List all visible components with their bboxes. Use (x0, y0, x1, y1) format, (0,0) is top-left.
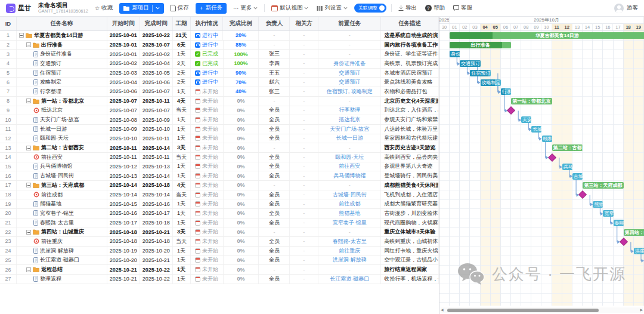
cell-task-name[interactable]: 颐和园·天坛 (17, 134, 107, 143)
task-bar[interactable]: 行李整理 (501, 88, 511, 95)
cell-predecessor[interactable]: 春熙路·太古里 (318, 237, 381, 246)
export-button[interactable]: 导出 (397, 4, 419, 12)
cell-task-name[interactable]: 返程总结 (17, 265, 107, 274)
cell-predecessor[interactable]: 抵达北京 (318, 115, 381, 124)
horizontal-scrollbar[interactable]: ◀ ▶ (441, 307, 643, 313)
cell-task-name[interactable]: 宽窄巷子·锦里 (17, 209, 107, 218)
cell-predecessor[interactable]: 住宿预订, 攻略制定 (318, 87, 381, 96)
table-row[interactable]: 20宽窄巷子·锦里2025-10-162025-10-171天未开始0%全员-熊… (0, 209, 439, 218)
table-row[interactable]: 12颐和园·天坛2025-10-102025-10-111天未开始0%全员-长城… (0, 134, 439, 144)
task-bar[interactable]: 颐和园·天坛 (542, 136, 552, 142)
task-bar[interactable]: 古城墙·回民街 (572, 173, 583, 180)
table-row[interactable]: 23前往重庆2025-10-182025-10-18当天未开始0%全员-春熙路·… (0, 237, 439, 247)
support-button[interactable]: 客服 (451, 4, 474, 12)
summary-bar[interactable]: 出行准备 (450, 42, 511, 48)
cell-task-name[interactable]: 交通预订 (17, 59, 107, 68)
table-row[interactable]: 3身份证件准备2025-10-012025-10-021天✓已完成100%张三-… (0, 50, 439, 59)
expander-toggle[interactable] (26, 146, 31, 150)
table-row[interactable]: 26返程总结2025-10-212025-10-221天未开始0%---旅行结束… (0, 265, 439, 275)
table-row[interactable]: 18前往成都2025-10-142025-10-14当天未开始0%全员-古城墙·… (0, 190, 439, 200)
cell-predecessor[interactable]: 交通预订 (318, 78, 381, 87)
table-row[interactable]: 24洪崖洞·解放碑2025-10-192025-10-201天未开始0%全员-前… (0, 247, 439, 256)
cell-predecessor[interactable]: 洪崖洞·解放碑 (318, 256, 381, 265)
task-bar[interactable]: 天安门广场·故宫 (521, 116, 531, 123)
cell-task-name[interactable]: 第三站：天府成都 (17, 181, 107, 190)
cell-predecessor[interactable]: 行李整理 (318, 106, 381, 115)
scrollbar-thumb[interactable] (447, 309, 599, 312)
table-row[interactable]: 6攻略制定2025-10-042025-10-062天进行中70%赵六-交通预订… (0, 78, 439, 87)
cell-predecessor[interactable]: 古城墙·回民街 (318, 190, 381, 199)
link-adjust-toggle[interactable]: 关联调整 (354, 4, 386, 13)
expander-toggle[interactable] (26, 183, 31, 187)
cell-predecessor[interactable]: 熊猫基地 (318, 209, 381, 218)
table-row[interactable]: 22第四站：山城重庆2025-10-182025-10-213天未开始0%---… (0, 227, 439, 237)
cell-task-name[interactable]: 整理返程 (17, 275, 107, 284)
chevron-down-icon[interactable] (156, 7, 160, 10)
task-bar[interactable]: 兵马俑博物馆 (562, 164, 572, 170)
expander-toggle[interactable] (26, 267, 31, 272)
favorite-button[interactable]: ☆ 收藏 (93, 4, 115, 12)
cell-task-name[interactable]: 第二站：古都西安 (17, 143, 107, 152)
cell-predecessor[interactable]: 长城一日游 (318, 134, 381, 143)
table-row[interactable]: 8第一站：帝都北京2025-10-072025-10-114天未开始0%---北… (0, 97, 439, 106)
scroll-left-arrow[interactable]: ◀ (441, 307, 444, 313)
cell-predecessor[interactable]: 天安门广场·故宫 (318, 125, 381, 134)
expander-toggle[interactable] (26, 230, 31, 235)
cell-task-name[interactable]: 住宿预订 (17, 69, 107, 78)
summary-bar[interactable]: 第三站：天府成都 (583, 182, 624, 189)
table-row[interactable]: 7行李整理2025-10-062025-10-071天未开始40%张三-住宿预订… (0, 87, 439, 97)
cell-task-name[interactable]: 身份证件准备 (17, 50, 107, 59)
table-row[interactable]: 27整理返程2025-10-212025-10-221天未开始0%全员-长江索道… (0, 275, 439, 284)
task-bar[interactable]: 熊猫基地 (593, 201, 603, 208)
cell-task-name[interactable]: 兵马俑博物馆 (17, 162, 107, 171)
summary-bar[interactable]: 第二站：古都西安 (552, 144, 583, 151)
cell-task-name[interactable]: 行李整理 (17, 87, 107, 96)
column-settings-button[interactable]: 列设置 (315, 4, 349, 12)
new-project-button[interactable]: 新项目 (119, 3, 164, 14)
cell-predecessor[interactable]: 兵马俑博物馆 (318, 171, 381, 180)
expander-toggle[interactable] (26, 98, 31, 103)
expander-toggle[interactable] (19, 33, 24, 38)
table-row[interactable]: 11长城一日游2025-10-092025-10-101天未开始0%全员-天安门… (0, 125, 439, 134)
user-area[interactable]: 游客 (614, 4, 638, 13)
cell-task-name[interactable]: 洪崖洞·解放碑 (17, 247, 107, 255)
cell-predecessor[interactable]: 前往西安 (318, 162, 381, 171)
task-bar[interactable]: 长城一日游 (531, 126, 541, 133)
cell-predecessor[interactable]: 交通预订 (318, 69, 381, 78)
summary-bar[interactable]: 第一站：帝都北京 (511, 98, 552, 104)
cell-task-name[interactable]: 前往西安 (17, 153, 107, 162)
cell-task-name[interactable]: 长城一日游 (17, 125, 107, 134)
expander-toggle[interactable] (26, 42, 31, 47)
save-button[interactable]: 保存 (169, 4, 191, 12)
table-row[interactable]: 2出行准备2025-10-012025-10-076天进行中85%---国内旅行… (0, 41, 439, 50)
cell-task-name[interactable]: 前往成都 (17, 190, 107, 199)
cell-predecessor[interactable]: 前往成都 (318, 199, 381, 208)
table-row[interactable]: 9抵达北京2025-10-072025-10-07当天未开始0%全员-行李整理到… (0, 106, 439, 116)
cell-task-name[interactable]: 第四站：山城重庆 (17, 227, 107, 236)
cell-predecessor[interactable]: 宽窄巷子·锦里 (318, 218, 381, 227)
task-bar[interactable]: 住宿预订 (470, 70, 490, 76)
table-row[interactable]: 16古城墙·回民街2025-10-132025-10-141天未开始0%全员-兵… (0, 171, 439, 181)
cell-task-name[interactable]: 天安门广场·故宫 (17, 115, 107, 124)
task-bar[interactable]: 交通预订 (460, 60, 480, 67)
cell-task-name[interactable]: 华夏古都美食14日游 (17, 31, 107, 40)
cell-predecessor[interactable]: 颐和园·天坛 (318, 153, 381, 162)
cell-task-name[interactable]: 出行准备 (17, 41, 107, 50)
table-row[interactable]: 14前往西安2025-10-112025-10-11当天未开始0%全员-颐和园·… (0, 153, 439, 162)
cell-task-name[interactable]: 熊猫基地 (17, 199, 107, 208)
cell-predecessor[interactable]: 身份证件准备 (318, 59, 381, 68)
task-bar[interactable]: 宽窄巷子·锦里 (603, 210, 613, 217)
scrollbar-track[interactable] (445, 308, 639, 312)
cell-task-name[interactable]: 攻略制定 (17, 78, 107, 87)
table-row[interactable]: 4交通预订2025-10-022025-10-042天✓已完成100%李四-身份… (0, 59, 439, 69)
task-bar[interactable]: 身份证件准备 (450, 51, 460, 57)
help-button[interactable]: ? 帮助 (423, 4, 447, 12)
table-row[interactable]: 1华夏古都美食14日游2025-10-012025-10-2221天进行中20%… (0, 31, 439, 41)
table-row[interactable]: 25长江索道·磁器口2025-10-202025-10-211天未开始0%全员-… (0, 256, 439, 266)
scroll-right-arrow[interactable]: ▶ (640, 307, 643, 313)
table-row[interactable]: 17第三站：天府成都2025-10-142025-10-184天未开始0%---… (0, 181, 439, 190)
default-view-button[interactable]: 默认视图 (270, 4, 310, 12)
table-row[interactable]: 15兵马俑博物馆2025-10-122025-10-131天未开始0%全员-前往… (0, 162, 439, 172)
table-row[interactable]: 13第二站：古都西安2025-10-112025-10-143天未开始0%---… (0, 143, 439, 153)
cell-task-name[interactable]: 第一站：帝都北京 (17, 97, 107, 106)
